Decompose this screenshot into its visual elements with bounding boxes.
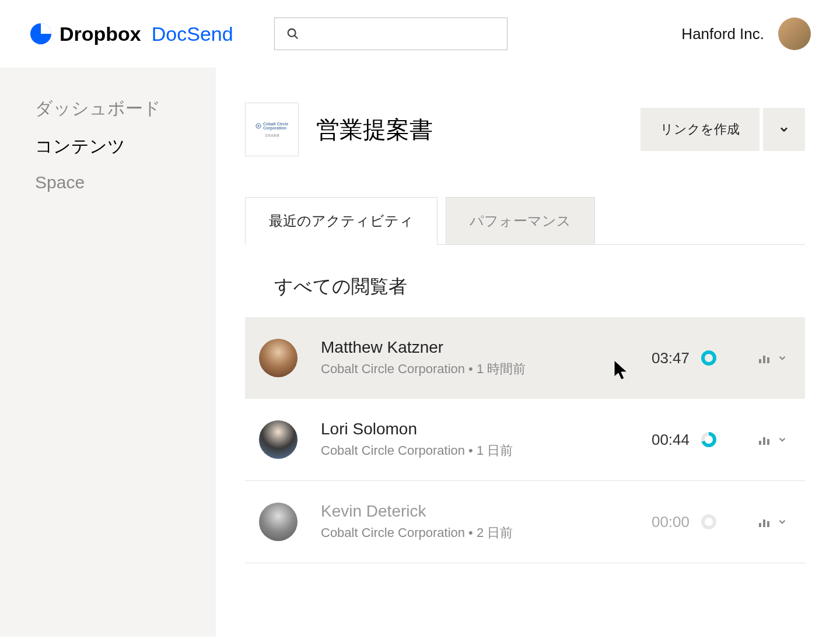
- header-right: Hanford Inc.: [681, 17, 811, 50]
- viewer-info: Lori Solomon Cobalt Circle Corporation •…: [321, 420, 513, 459]
- document-header: Cobalt Circle Corporation 営業提案書 営業提案書 リン…: [245, 103, 805, 156]
- chevron-down-icon[interactable]: [777, 517, 788, 527]
- search-input[interactable]: [274, 17, 508, 50]
- header: Dropbox DocSend Hanford Inc.: [0, 0, 840, 68]
- analytics-icon[interactable]: [757, 515, 771, 529]
- document-thumbnail[interactable]: Cobalt Circle Corporation 営業提案書: [245, 103, 299, 156]
- viewer-info: Kevin Deterick Cobalt Circle Corporation…: [321, 502, 513, 542]
- viewer-avatar: [259, 503, 298, 541]
- viewer-name: Matthew Katzner: [321, 338, 526, 357]
- create-link-dropdown[interactable]: [763, 108, 805, 151]
- document-title: 営業提案書: [316, 114, 433, 146]
- progress-ring-icon: [700, 513, 718, 531]
- sidebar-item-dashboard[interactable]: ダッシュボード: [35, 97, 216, 121]
- chevron-down-icon[interactable]: [777, 434, 788, 445]
- viewer-meta: Cobalt Circle Corporation • 1 日前: [321, 442, 513, 459]
- viewer-name: Kevin Deterick: [321, 502, 513, 521]
- sidebar-item-space[interactable]: Space: [35, 173, 216, 192]
- viewer-avatar: [259, 420, 298, 459]
- document-actions: リンクを作成: [640, 108, 805, 151]
- svg-rect-5: [759, 359, 761, 363]
- sidebar: ダッシュボード コンテンツ Space: [0, 68, 216, 637]
- view-duration: 03:47: [652, 349, 690, 367]
- svg-rect-10: [759, 441, 761, 445]
- chevron-down-icon[interactable]: [777, 353, 788, 363]
- user-avatar[interactable]: [778, 17, 811, 50]
- tab-performance[interactable]: パフォーマンス: [446, 197, 595, 244]
- tab-recent-activity[interactable]: 最近のアクティビティ: [245, 197, 438, 245]
- viewers-list: Matthew Katzner Cobalt Circle Corporatio…: [245, 317, 805, 563]
- svg-rect-12: [767, 439, 769, 445]
- analytics-icon[interactable]: [757, 433, 771, 447]
- viewer-meta: Cobalt Circle Corporation • 2 日前: [321, 524, 513, 542]
- svg-rect-7: [767, 357, 769, 363]
- viewer-row[interactable]: Kevin Deterick Cobalt Circle Corporation…: [245, 481, 805, 563]
- tabs: 最近のアクティビティ パフォーマンス: [245, 197, 805, 245]
- svg-rect-6: [763, 356, 765, 363]
- create-link-button[interactable]: リンクを作成: [640, 108, 760, 151]
- progress-ring-icon: [700, 349, 718, 367]
- view-duration: 00:00: [652, 513, 690, 531]
- svg-rect-16: [767, 521, 769, 527]
- svg-point-3: [257, 125, 259, 127]
- viewer-name: Lori Solomon: [321, 420, 513, 438]
- viewers-section-title: すべての閲覧者: [274, 274, 805, 300]
- viewer-stats: 00:00: [652, 513, 788, 531]
- main: Cobalt Circle Corporation 営業提案書 営業提案書 リン…: [216, 68, 840, 637]
- logo-group[interactable]: Dropbox DocSend: [29, 22, 233, 45]
- svg-point-13: [703, 516, 715, 528]
- viewer-info: Matthew Katzner Cobalt Circle Corporatio…: [321, 338, 526, 378]
- sidebar-item-content[interactable]: コンテンツ: [35, 135, 216, 159]
- viewer-meta: Cobalt Circle Corporation • 1 時間前: [321, 360, 526, 378]
- svg-rect-14: [759, 523, 761, 527]
- viewer-stats: 03:47: [652, 349, 788, 367]
- view-duration: 00:44: [652, 431, 690, 449]
- progress-ring-icon: [700, 431, 718, 448]
- search-icon: [286, 27, 299, 40]
- svg-rect-15: [763, 519, 765, 527]
- svg-point-0: [288, 29, 295, 37]
- viewer-avatar: [259, 339, 298, 377]
- svg-line-1: [294, 36, 298, 39]
- brand-dropbox-text: Dropbox: [60, 23, 141, 45]
- viewer-stats: 00:44: [652, 431, 788, 449]
- brand-docsend-text: DocSend: [152, 23, 233, 45]
- chevron-down-icon: [778, 124, 790, 135]
- svg-rect-11: [763, 437, 765, 445]
- svg-point-4: [703, 352, 715, 364]
- viewer-row[interactable]: Lori Solomon Cobalt Circle Corporation •…: [245, 399, 805, 481]
- org-name[interactable]: Hanford Inc.: [681, 25, 764, 43]
- viewer-row[interactable]: Matthew Katzner Cobalt Circle Corporatio…: [245, 317, 805, 399]
- dropbox-icon: [29, 22, 52, 45]
- analytics-icon[interactable]: [757, 351, 771, 365]
